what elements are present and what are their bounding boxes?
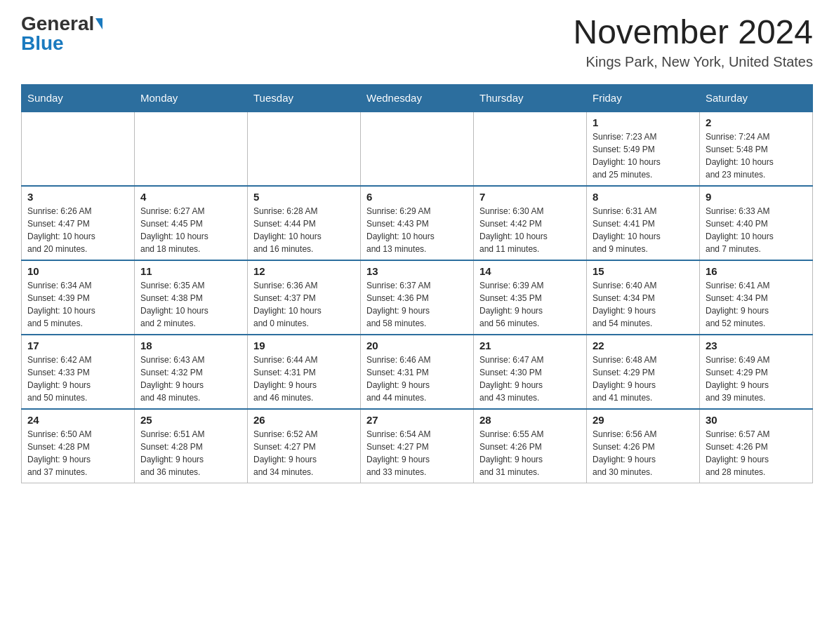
weekday-header-saturday: Saturday xyxy=(700,84,813,112)
day-info: Sunrise: 6:56 AM Sunset: 4:26 PM Dayligh… xyxy=(593,428,694,478)
calendar-cell: 6Sunrise: 6:29 AM Sunset: 4:43 PM Daylig… xyxy=(361,186,474,260)
calendar-cell: 24Sunrise: 6:50 AM Sunset: 4:28 PM Dayli… xyxy=(22,409,135,483)
week-row-1: 1Sunrise: 7:23 AM Sunset: 5:49 PM Daylig… xyxy=(22,112,813,186)
day-number: 5 xyxy=(253,191,355,203)
day-number: 30 xyxy=(706,414,807,426)
day-info: Sunrise: 6:57 AM Sunset: 4:26 PM Dayligh… xyxy=(706,428,807,478)
day-info: Sunrise: 6:36 AM Sunset: 4:37 PM Dayligh… xyxy=(253,279,355,330)
day-info: Sunrise: 6:35 AM Sunset: 4:38 PM Dayligh… xyxy=(140,279,241,330)
day-info: Sunrise: 6:54 AM Sunset: 4:27 PM Dayligh… xyxy=(366,428,468,478)
day-info: Sunrise: 6:47 AM Sunset: 4:30 PM Dayligh… xyxy=(479,354,581,404)
week-row-4: 17Sunrise: 6:42 AM Sunset: 4:33 PM Dayli… xyxy=(22,335,813,409)
week-row-5: 24Sunrise: 6:50 AM Sunset: 4:28 PM Dayli… xyxy=(22,409,813,483)
day-info: Sunrise: 6:29 AM Sunset: 4:43 PM Dayligh… xyxy=(366,205,468,255)
day-number: 26 xyxy=(253,414,355,426)
calendar-cell: 3Sunrise: 6:26 AM Sunset: 4:47 PM Daylig… xyxy=(22,186,135,260)
day-number: 20 xyxy=(366,340,468,351)
calendar-cell: 4Sunrise: 6:27 AM Sunset: 4:45 PM Daylig… xyxy=(135,186,248,260)
day-number: 9 xyxy=(706,191,807,203)
month-title: November 2024 xyxy=(573,14,813,51)
calendar-cell xyxy=(361,112,474,186)
day-info: Sunrise: 6:42 AM Sunset: 4:33 PM Dayligh… xyxy=(27,354,128,404)
day-number: 2 xyxy=(706,116,807,128)
day-number: 25 xyxy=(140,414,241,426)
weekday-header-monday: Monday xyxy=(135,84,248,112)
day-number: 11 xyxy=(140,265,241,277)
title-section: November 2024 Kings Park, New York, Unit… xyxy=(573,14,813,70)
day-number: 21 xyxy=(479,340,581,351)
day-number: 10 xyxy=(27,265,128,277)
day-number: 3 xyxy=(27,191,128,203)
calendar-cell: 28Sunrise: 6:55 AM Sunset: 4:26 PM Dayli… xyxy=(474,409,587,483)
day-info: Sunrise: 6:40 AM Sunset: 4:34 PM Dayligh… xyxy=(593,279,694,330)
calendar-cell: 18Sunrise: 6:43 AM Sunset: 4:32 PM Dayli… xyxy=(135,335,248,409)
day-number: 19 xyxy=(253,340,355,351)
day-info: Sunrise: 6:34 AM Sunset: 4:39 PM Dayligh… xyxy=(27,279,128,330)
day-info: Sunrise: 7:24 AM Sunset: 5:48 PM Dayligh… xyxy=(706,130,807,181)
logo: General Blue xyxy=(21,14,102,53)
calendar-cell: 7Sunrise: 6:30 AM Sunset: 4:42 PM Daylig… xyxy=(474,186,587,260)
day-info: Sunrise: 6:46 AM Sunset: 4:31 PM Dayligh… xyxy=(366,354,468,404)
weekday-header-sunday: Sunday xyxy=(22,84,135,112)
day-number: 24 xyxy=(27,414,128,426)
calendar-cell xyxy=(135,112,248,186)
day-info: Sunrise: 6:50 AM Sunset: 4:28 PM Dayligh… xyxy=(27,428,128,478)
day-info: Sunrise: 6:33 AM Sunset: 4:40 PM Dayligh… xyxy=(706,205,807,255)
calendar-cell: 15Sunrise: 6:40 AM Sunset: 4:34 PM Dayli… xyxy=(587,260,700,335)
calendar-cell: 12Sunrise: 6:36 AM Sunset: 4:37 PM Dayli… xyxy=(248,260,361,335)
day-info: Sunrise: 7:23 AM Sunset: 5:49 PM Dayligh… xyxy=(593,130,694,181)
calendar-cell: 17Sunrise: 6:42 AM Sunset: 4:33 PM Dayli… xyxy=(22,335,135,409)
day-number: 12 xyxy=(253,265,355,277)
calendar-table: SundayMondayTuesdayWednesdayThursdayFrid… xyxy=(21,84,813,483)
calendar-cell: 20Sunrise: 6:46 AM Sunset: 4:31 PM Dayli… xyxy=(361,335,474,409)
week-row-3: 10Sunrise: 6:34 AM Sunset: 4:39 PM Dayli… xyxy=(22,260,813,335)
weekday-header-wednesday: Wednesday xyxy=(361,84,474,112)
day-number: 27 xyxy=(366,414,468,426)
day-number: 22 xyxy=(593,340,694,351)
page-header: General Blue November 2024 Kings Park, N… xyxy=(21,14,813,70)
calendar-cell: 30Sunrise: 6:57 AM Sunset: 4:26 PM Dayli… xyxy=(700,409,813,483)
day-info: Sunrise: 6:31 AM Sunset: 4:41 PM Dayligh… xyxy=(593,205,694,255)
day-number: 7 xyxy=(479,191,581,203)
day-info: Sunrise: 6:27 AM Sunset: 4:45 PM Dayligh… xyxy=(140,205,241,255)
day-info: Sunrise: 6:51 AM Sunset: 4:28 PM Dayligh… xyxy=(140,428,241,478)
calendar-cell: 22Sunrise: 6:48 AM Sunset: 4:29 PM Dayli… xyxy=(587,335,700,409)
day-number: 29 xyxy=(593,414,694,426)
calendar-cell xyxy=(248,112,361,186)
calendar-cell: 5Sunrise: 6:28 AM Sunset: 4:44 PM Daylig… xyxy=(248,186,361,260)
weekday-header-row: SundayMondayTuesdayWednesdayThursdayFrid… xyxy=(22,84,813,112)
calendar-cell: 1Sunrise: 7:23 AM Sunset: 5:49 PM Daylig… xyxy=(587,112,700,186)
week-row-2: 3Sunrise: 6:26 AM Sunset: 4:47 PM Daylig… xyxy=(22,186,813,260)
weekday-header-friday: Friday xyxy=(587,84,700,112)
day-number: 28 xyxy=(479,414,581,426)
day-number: 14 xyxy=(479,265,581,277)
calendar-cell: 25Sunrise: 6:51 AM Sunset: 4:28 PM Dayli… xyxy=(135,409,248,483)
calendar-cell: 8Sunrise: 6:31 AM Sunset: 4:41 PM Daylig… xyxy=(587,186,700,260)
day-number: 17 xyxy=(27,340,128,351)
day-info: Sunrise: 6:37 AM Sunset: 4:36 PM Dayligh… xyxy=(366,279,468,330)
day-info: Sunrise: 6:52 AM Sunset: 4:27 PM Dayligh… xyxy=(253,428,355,478)
day-number: 4 xyxy=(140,191,241,203)
day-info: Sunrise: 6:26 AM Sunset: 4:47 PM Dayligh… xyxy=(27,205,128,255)
location-title: Kings Park, New York, United States xyxy=(573,54,813,70)
calendar-cell: 14Sunrise: 6:39 AM Sunset: 4:35 PM Dayli… xyxy=(474,260,587,335)
calendar-cell: 11Sunrise: 6:35 AM Sunset: 4:38 PM Dayli… xyxy=(135,260,248,335)
day-number: 16 xyxy=(706,265,807,277)
logo-blue: Blue xyxy=(21,34,64,53)
calendar-cell: 23Sunrise: 6:49 AM Sunset: 4:29 PM Dayli… xyxy=(700,335,813,409)
calendar-cell: 29Sunrise: 6:56 AM Sunset: 4:26 PM Dayli… xyxy=(587,409,700,483)
day-number: 23 xyxy=(706,340,807,351)
day-number: 18 xyxy=(140,340,241,351)
calendar-cell xyxy=(474,112,587,186)
weekday-header-tuesday: Tuesday xyxy=(248,84,361,112)
day-number: 15 xyxy=(593,265,694,277)
calendar-cell: 21Sunrise: 6:47 AM Sunset: 4:30 PM Dayli… xyxy=(474,335,587,409)
day-info: Sunrise: 6:30 AM Sunset: 4:42 PM Dayligh… xyxy=(479,205,581,255)
day-number: 8 xyxy=(593,191,694,203)
logo-triangle-icon xyxy=(95,18,102,29)
day-info: Sunrise: 6:41 AM Sunset: 4:34 PM Dayligh… xyxy=(706,279,807,330)
day-info: Sunrise: 6:55 AM Sunset: 4:26 PM Dayligh… xyxy=(479,428,581,478)
calendar-cell xyxy=(22,112,135,186)
day-info: Sunrise: 6:44 AM Sunset: 4:31 PM Dayligh… xyxy=(253,354,355,404)
day-info: Sunrise: 6:49 AM Sunset: 4:29 PM Dayligh… xyxy=(706,354,807,404)
